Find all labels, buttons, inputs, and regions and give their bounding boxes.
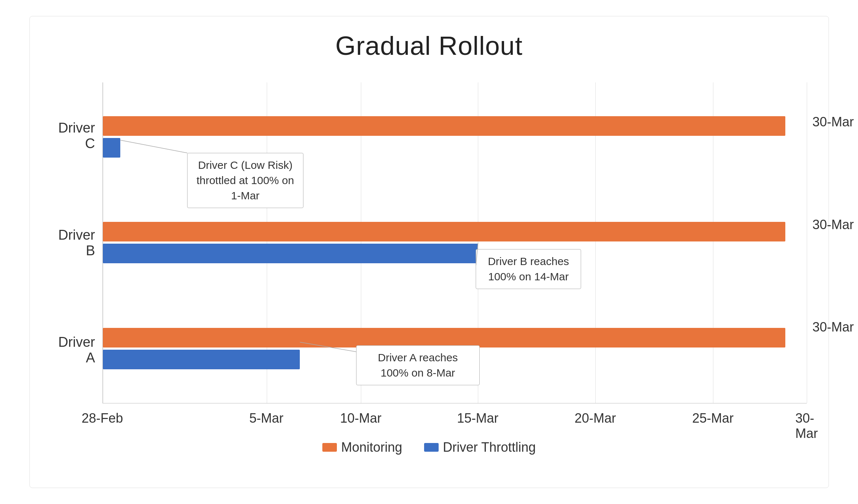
x-label-10mar: 10-Mar	[340, 411, 382, 426]
grid-bars: 30-Mar 30-Mar 30-Mar Driver C (Low Risk)…	[102, 82, 807, 403]
bar-a-monitoring	[103, 328, 786, 347]
legend-swatch-blue	[424, 443, 439, 452]
bar-b-throttling	[103, 244, 478, 263]
legend-label-throttling: Driver Throttling	[443, 440, 536, 455]
right-label-b: 30-Mar	[812, 217, 854, 232]
right-label-a: 30-Mar	[812, 320, 854, 335]
bar-a-throttling	[103, 350, 300, 369]
y-label-driver-c: Driver C	[52, 120, 102, 151]
bar-track-b-orange	[103, 222, 807, 241]
x-axis: 28-Feb 5-Mar 10-Mar 15-Mar 20-Mar 25-Mar…	[102, 403, 807, 432]
grid-line-30mar	[807, 82, 807, 403]
chart-title: Gradual Rollout	[52, 31, 807, 61]
bar-c-throttling	[103, 138, 120, 158]
y-label-driver-a: Driver A	[52, 334, 102, 366]
y-label-driver-b: Driver B	[52, 227, 102, 259]
right-label-c: 30-Mar	[812, 114, 854, 130]
legend-swatch-orange	[322, 443, 337, 452]
bar-track-c-orange	[103, 116, 807, 136]
bar-track-a-orange	[103, 328, 807, 347]
bar-track-c-blue	[103, 138, 807, 158]
chart-body: Driver C Driver B Driver A	[52, 82, 807, 432]
x-label-15mar: 15-Mar	[457, 411, 498, 426]
x-label-30mar: 30-Mar	[795, 411, 818, 441]
legend-monitoring: Monitoring	[322, 440, 402, 455]
x-label-28feb: 28-Feb	[81, 411, 123, 426]
x-label-25mar: 25-Mar	[692, 411, 734, 426]
y-axis-labels: Driver C Driver B Driver A	[52, 82, 102, 432]
bar-track-b-blue	[103, 244, 807, 263]
bar-row-driver-c	[103, 89, 807, 185]
bar-row-driver-b	[103, 195, 807, 291]
legend-throttling: Driver Throttling	[424, 440, 536, 455]
x-label-20mar: 20-Mar	[575, 411, 616, 426]
bar-track-a-blue	[103, 350, 807, 369]
bar-c-monitoring	[103, 116, 786, 136]
bar-b-monitoring	[103, 222, 786, 241]
x-label-5mar: 5-Mar	[249, 411, 283, 426]
chart-plot-area: 30-Mar 30-Mar 30-Mar Driver C (Low Risk)…	[102, 82, 807, 432]
chart-container: Gradual Rollout Driver C Driver B Driver…	[29, 16, 829, 488]
chart-legend: Monitoring Driver Throttling	[52, 440, 807, 459]
legend-label-monitoring: Monitoring	[341, 440, 402, 455]
bar-row-driver-a	[103, 300, 807, 397]
